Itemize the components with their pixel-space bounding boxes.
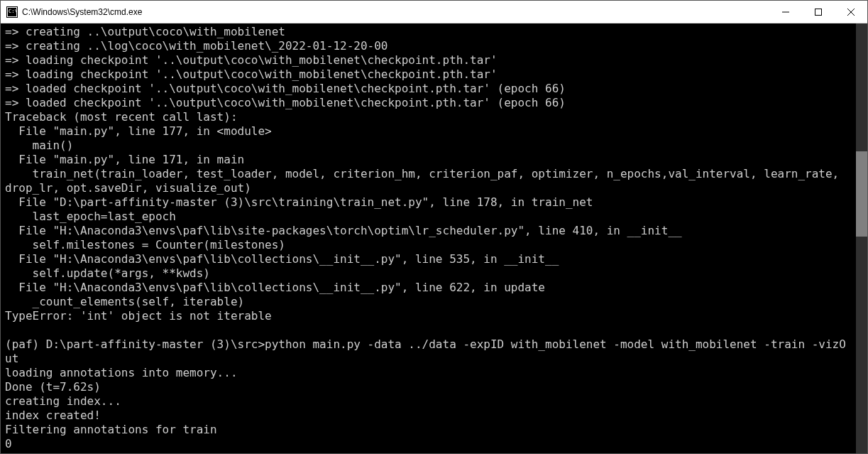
close-button[interactable] <box>835 1 867 23</box>
scrollbar-track[interactable] <box>856 23 867 453</box>
window-title: C:\Windows\System32\cmd.exe <box>22 7 769 17</box>
maximize-button[interactable] <box>802 1 835 23</box>
cmd-icon: C:\ <box>6 6 18 18</box>
terminal-output[interactable]: => creating ..\output\coco\with_mobilene… <box>1 23 856 453</box>
window-controls <box>769 1 867 23</box>
titlebar[interactable]: C:\ C:\Windows\System32\cmd.exe <box>1 1 867 23</box>
svg-text:C:\: C:\ <box>9 9 18 14</box>
scrollbar-thumb[interactable] <box>856 151 867 237</box>
minimize-button[interactable] <box>769 1 802 23</box>
svg-rect-5 <box>815 9 822 15</box>
terminal-area: => creating ..\output\coco\with_mobilene… <box>1 23 867 453</box>
